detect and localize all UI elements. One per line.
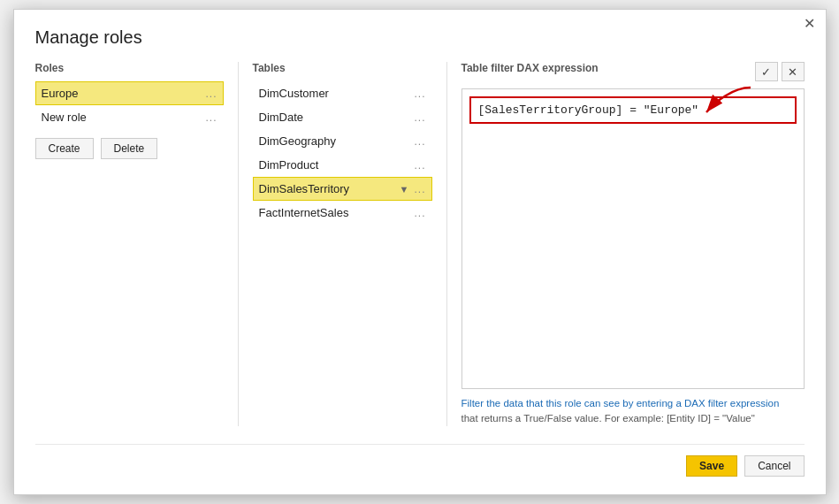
- roles-list: Europe ... New role ...: [35, 81, 224, 129]
- table-item-right: ▼ ...: [400, 183, 426, 195]
- dax-heading: Table filter DAX expression: [461, 62, 599, 74]
- role-dots[interactable]: ...: [205, 111, 217, 124]
- table-label: DimDate: [259, 111, 304, 124]
- red-arrow-annotation: [698, 84, 759, 119]
- dax-hint: Filter the data that this role can see b…: [461, 396, 805, 427]
- table-dots[interactable]: ...: [414, 111, 425, 124]
- table-label: DimProduct: [259, 158, 319, 172]
- dialog-body: Roles Europe ... New role ... Create Del…: [35, 62, 805, 426]
- delete-button[interactable]: Delete: [101, 138, 158, 159]
- tables-list: DimCustomer ... DimDate ... DimGeography…: [253, 81, 432, 225]
- list-item[interactable]: DimDate ...: [253, 105, 432, 129]
- list-item[interactable]: DimProduct ...: [253, 153, 432, 177]
- table-label: DimSalesTerritory: [259, 182, 350, 195]
- dax-header: Table filter DAX expression ✓ ✕: [461, 62, 805, 81]
- dax-cancel-button[interactable]: ✕: [782, 62, 805, 81]
- list-item[interactable]: DimGeography ...: [253, 129, 432, 153]
- dax-actions: ✓ ✕: [755, 62, 805, 81]
- role-dots[interactable]: ...: [205, 88, 217, 100]
- dialog-footer: Save Cancel: [35, 444, 805, 477]
- list-item[interactable]: DimCustomer ...: [253, 81, 432, 105]
- role-label: Europe: [42, 87, 79, 100]
- dax-hint-link: Filter the data that this role can see b…: [461, 398, 780, 409]
- dax-hint-normal: that returns a True/False value. For exa…: [461, 413, 755, 424]
- table-dots[interactable]: ...: [414, 135, 425, 148]
- tables-panel: Tables DimCustomer ... DimDate ... DimGe…: [253, 62, 447, 426]
- list-item[interactable]: DimSalesTerritory ▼ ...: [253, 177, 432, 201]
- table-label: FactInternetSales: [259, 206, 349, 219]
- filter-icon: ▼: [400, 184, 409, 195]
- cancel-button[interactable]: Cancel: [744, 455, 804, 477]
- roles-panel: Roles Europe ... New role ... Create Del…: [35, 62, 239, 426]
- table-dots[interactable]: ...: [414, 88, 425, 100]
- roles-btn-row: Create Delete: [35, 138, 224, 159]
- table-dots[interactable]: ...: [414, 207, 425, 219]
- dax-panel: Table filter DAX expression ✓ ✕ [Sale: [461, 62, 805, 426]
- save-button[interactable]: Save: [686, 455, 737, 477]
- table-label: DimCustomer: [259, 87, 329, 100]
- dax-editor[interactable]: [SalesTerritoryGroup] = "Europe": [461, 88, 805, 389]
- dialog-title: Manage roles: [35, 27, 805, 48]
- table-dots[interactable]: ...: [414, 183, 425, 195]
- list-item[interactable]: New role ...: [35, 105, 224, 129]
- close-button[interactable]: ✕: [804, 17, 815, 31]
- dax-confirm-button[interactable]: ✓: [755, 62, 778, 81]
- roles-heading: Roles: [35, 62, 224, 74]
- manage-roles-dialog: ✕ Manage roles Roles Europe ... New role…: [13, 9, 827, 495]
- list-item[interactable]: Europe ...: [35, 81, 224, 105]
- table-label: DimGeography: [259, 134, 336, 148]
- tables-heading: Tables: [253, 62, 432, 74]
- table-dots[interactable]: ...: [414, 159, 425, 172]
- create-button[interactable]: Create: [35, 138, 94, 159]
- role-label: New role: [42, 111, 87, 124]
- list-item[interactable]: FactInternetSales ...: [253, 201, 432, 225]
